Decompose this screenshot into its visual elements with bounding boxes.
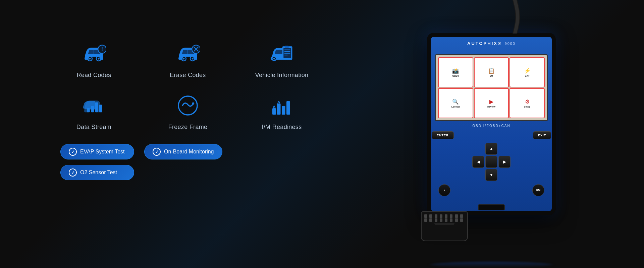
- features-section: ! Read Codes: [60, 40, 322, 180]
- im-button[interactable]: I/M: [532, 184, 544, 196]
- dpad-empty-bl: [472, 169, 484, 181]
- obd-connector-area: [421, 211, 468, 241]
- badge-label-evap: EVAP System Test: [80, 149, 125, 155]
- cable-svg: [505, 0, 525, 34]
- obd-pin: [445, 218, 447, 222]
- feature-im-readiness: I/M Readiness: [248, 92, 315, 131]
- vehicle-information-icon: [268, 40, 295, 67]
- obd-pin: [445, 214, 447, 218]
- obd-pin: [424, 214, 427, 218]
- svg-point-14: [273, 58, 275, 59]
- obd-pin: [460, 218, 463, 222]
- decorative-line: [34, 27, 342, 27]
- screen-icon-review: ▶ Review: [474, 88, 509, 118]
- svg-point-7: [183, 58, 184, 59]
- svg-text:!: !: [101, 46, 103, 52]
- device-reflection: [431, 262, 552, 268]
- obd-ridge: [434, 223, 454, 225]
- svg-point-26: [178, 96, 197, 115]
- badge-o2-sensor: O2 Sensor Test: [60, 165, 134, 180]
- device-section: AUTOPHIX® 9000 📸 OBDII 📋 I/M: [366, 0, 617, 268]
- info-label: i: [444, 189, 445, 192]
- obd-pin: [440, 218, 442, 222]
- svg-rect-30: [282, 106, 285, 115]
- feature-read-codes: ! Read Codes: [60, 40, 127, 79]
- erase-codes-icon: [174, 40, 201, 67]
- badge-check-on-board: [153, 148, 161, 156]
- device-screen: 📸 OBDII 📋 I/M ⚡ BAT 🔍 Lookup: [435, 54, 548, 121]
- obd-pin: [455, 218, 458, 222]
- screen-icon-setup: ⚙ Setup: [509, 88, 545, 118]
- obd-pin: [450, 218, 452, 222]
- badge-label-o2: O2 Sensor Test: [80, 170, 117, 176]
- dpad-down-button[interactable]: ▼: [485, 169, 497, 181]
- dpad-up-button[interactable]: ▲: [485, 143, 497, 155]
- freeze-frame-label: Freeze Frame: [168, 124, 208, 131]
- feature-vehicle-information: Vehicle Information: [248, 40, 315, 79]
- brand-model: 9000: [505, 42, 516, 46]
- dpad-left-button[interactable]: ◀: [472, 156, 484, 168]
- device-main-body: AUTOPHIX® 9000 📸 OBDII 📋 I/M: [428, 34, 555, 214]
- erase-codes-label: Erase Codes: [170, 72, 206, 79]
- feature-data-stream: Data Stream: [60, 92, 127, 131]
- svg-rect-29: [277, 104, 281, 115]
- obd-pin: [429, 214, 432, 218]
- obd-pin: [455, 214, 458, 218]
- screen-grid: 📸 OBDII 📋 I/M ⚡ BAT 🔍 Lookup: [436, 55, 547, 120]
- badge-label-on-board: On-Board Monitoring: [164, 149, 214, 155]
- dpad-empty-br: [498, 169, 511, 181]
- device-body-wrapper: AUTOPHIX® 9000 📸 OBDII 📋 I/M: [428, 20, 555, 248]
- brand-name: AUTOPHIX®: [467, 41, 502, 46]
- protocol-label: OBDII/EOBD+CAN: [428, 124, 554, 128]
- badge-on-board: On-Board Monitoring: [144, 144, 222, 159]
- im-readiness-icon: [268, 92, 295, 119]
- feature-freeze-frame: Freeze Frame: [154, 92, 221, 131]
- svg-point-9: [192, 58, 193, 59]
- enter-exit-row: ENTER EXIT: [432, 131, 551, 139]
- device-brand-area: AUTOPHIX® 9000: [428, 38, 554, 46]
- screen-icon-dtc: 🔍 Lookup: [438, 88, 473, 118]
- dpad-empty-tr: [498, 143, 511, 155]
- svg-rect-25: [99, 105, 102, 112]
- svg-rect-31: [286, 101, 290, 115]
- buttons-area: ENTER EXIT ▲ ◀ ▶ ▼: [432, 131, 551, 196]
- bottom-connector: [478, 204, 505, 210]
- protocol-text: OBDII/EOBD+CAN: [472, 124, 510, 128]
- svg-point-27: [192, 102, 194, 105]
- freeze-frame-icon: [174, 92, 201, 119]
- feature-grid: ! Read Codes: [60, 40, 322, 131]
- badge-check-evap: [69, 148, 77, 156]
- read-codes-icon: !: [80, 40, 107, 67]
- screen-icon-bat: ⚡ BAT: [509, 57, 545, 87]
- extra-buttons: i I/M: [432, 184, 551, 196]
- obd-pin: [424, 218, 427, 222]
- data-stream-label: Data Stream: [76, 124, 111, 131]
- info-button[interactable]: i: [438, 184, 450, 196]
- badges-row-2: O2 Sensor Test: [60, 165, 322, 180]
- read-codes-label: Read Codes: [76, 72, 111, 79]
- obd-pin: [435, 214, 437, 218]
- exit-button[interactable]: EXIT: [533, 131, 551, 139]
- badges-section: EVAP System Test On-Board Monitoring O2 …: [60, 144, 322, 180]
- feature-erase-codes: Erase Codes: [154, 40, 221, 79]
- dpad: ▲ ◀ ▶ ▼: [432, 143, 551, 181]
- data-stream-icon: [80, 92, 107, 119]
- dpad-right-button[interactable]: ▶: [498, 156, 511, 168]
- im-label: I/M: [536, 189, 541, 192]
- dpad-center: [485, 156, 497, 168]
- dpad-empty-tl: [472, 143, 484, 155]
- svg-rect-24: [95, 102, 98, 112]
- badge-check-o2: [69, 169, 77, 177]
- svg-rect-17: [285, 46, 289, 48]
- badges-row-1: EVAP System Test On-Board Monitoring: [60, 144, 322, 159]
- obd-pin: [435, 218, 437, 222]
- im-readiness-label: I/M Readiness: [262, 124, 302, 131]
- obd-pin: [429, 218, 432, 222]
- obd-pin: [450, 214, 452, 218]
- vehicle-information-label: Vehicle Information: [255, 72, 309, 79]
- svg-point-1: [89, 58, 91, 59]
- svg-point-3: [98, 58, 99, 59]
- badge-evap-system: EVAP System Test: [60, 144, 134, 159]
- svg-rect-28: [272, 108, 276, 115]
- enter-button[interactable]: ENTER: [432, 131, 454, 139]
